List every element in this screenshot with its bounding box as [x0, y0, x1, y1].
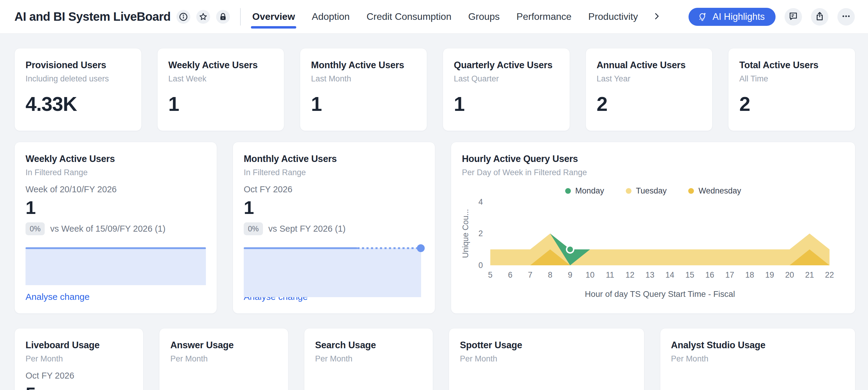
analyse-change-link[interactable]: Analyse change — [26, 292, 206, 302]
kpi-subtitle: Last Month — [311, 74, 416, 84]
usage-title: Answer Usage — [170, 340, 277, 351]
tab-productivity[interactable]: Productivity — [588, 0, 638, 33]
svg-text:Unique Cou...: Unique Cou... — [462, 209, 470, 258]
trend-period: Week of 20/10/FY 2026 — [26, 185, 206, 194]
svg-text:8: 8 — [548, 271, 552, 279]
sparkline-fill — [26, 248, 206, 285]
svg-text:21: 21 — [805, 271, 814, 279]
trend-row: Weekly Active UsersIn Filtered RangeWeek… — [14, 142, 856, 314]
liveboard-body: Provisioned UsersIncluding deleted users… — [0, 34, 868, 390]
sparkle-bulb-icon — [697, 11, 708, 22]
tab-performance[interactable]: Performance — [517, 0, 571, 33]
kpi-card: Provisioned UsersIncluding deleted users… — [14, 48, 142, 131]
usage-title: Search Usage — [315, 340, 422, 351]
more-icon — [841, 11, 851, 23]
trend-period: Oct FY 2026 — [244, 185, 424, 194]
lock-button[interactable] — [216, 10, 230, 24]
chart-legend: MondayTuesdayWednesday — [462, 186, 844, 196]
legend-dot — [688, 188, 694, 194]
trend-card: Weekly Active UsersIn Filtered RangeWeek… — [14, 142, 217, 314]
svg-text:20: 20 — [785, 271, 794, 279]
legend-item-tuesday[interactable]: Tuesday — [626, 186, 667, 196]
svg-text:19: 19 — [765, 271, 774, 279]
favorite-button[interactable] — [196, 10, 210, 24]
liveboard-usage-card: Liveboard UsagePer MonthOct FY 20265 — [14, 328, 144, 390]
kpi-value: 2 — [739, 92, 844, 115]
sparkline-fill — [244, 248, 421, 297]
legend-item-wednesday[interactable]: Wednesday — [688, 186, 741, 196]
trend-value: 1 — [244, 197, 424, 218]
change-badge: 0% — [26, 222, 45, 235]
more-options-button[interactable] — [837, 8, 855, 26]
compare-text: vs Week of 15/09/FY 2026 (1) — [50, 224, 165, 234]
svg-text:Hour of day TS Query Start Tim: Hour of day TS Query Start Time - Fiscal — [585, 289, 735, 299]
usage-subtitle: Per Month — [315, 354, 422, 364]
sparkline-chart — [244, 248, 424, 292]
chart-subtitle: Per Day of Week in Filtered Range — [462, 168, 844, 177]
kpi-value: 1 — [311, 92, 416, 115]
ai-highlights-label: AI Highlights — [713, 11, 765, 22]
kpi-title: Weekly Active Users — [168, 60, 273, 71]
svg-text:18: 18 — [745, 271, 754, 279]
legend-dot — [626, 188, 631, 194]
tab-groups[interactable]: Groups — [468, 0, 500, 33]
share-icon — [814, 11, 825, 23]
sparkline-line — [26, 247, 206, 249]
usage-value: 5 — [26, 383, 132, 390]
info-button[interactable] — [177, 10, 190, 24]
hourly-area-chart[interactable]: 5678910111213141516171819202122024Hour o… — [462, 198, 844, 301]
answer-usage-card: Answer UsagePer Month — [159, 328, 288, 390]
usage-row: Liveboard UsagePer MonthOct FY 20265Answ… — [14, 328, 856, 390]
sparkline-chart — [26, 248, 206, 285]
trend-compare: 0%vs Sept FY 2026 (1) — [244, 222, 424, 235]
legend-item-monday[interactable]: Monday — [565, 186, 604, 196]
info-icon — [179, 12, 188, 21]
svg-text:14: 14 — [665, 271, 674, 279]
sparkline-end-dot — [417, 244, 425, 252]
tab-credit-consumption[interactable]: Credit Consumption — [367, 0, 452, 33]
kpi-value: 1 — [454, 92, 559, 115]
tab-adoption[interactable]: Adoption — [312, 0, 350, 33]
comments-button[interactable] — [784, 8, 802, 26]
kpi-card: Total Active UsersAll Time2 — [728, 48, 856, 131]
search-usage-card: Search UsagePer Month — [304, 328, 433, 390]
spotter-usage-card: Spotter UsagePer Month — [449, 328, 644, 390]
share-button[interactable] — [811, 8, 828, 26]
tab-label: Productivity — [588, 11, 638, 22]
change-badge: 0% — [244, 222, 263, 235]
chart-title: Hourly Active Query Users — [462, 154, 844, 164]
kpi-title: Total Active Users — [739, 60, 844, 71]
sparkline-dotted-line — [358, 247, 417, 249]
usage-subtitle: Per Month — [460, 354, 633, 364]
tab-overview[interactable]: Overview — [252, 0, 295, 33]
more-tabs-button[interactable] — [652, 12, 661, 22]
tab-label: Overview — [252, 11, 295, 22]
star-icon — [199, 12, 208, 21]
trend-subtitle: In Filtered Range — [244, 168, 424, 177]
kpi-card: Monthly Active UsersLast Month1 — [300, 48, 427, 131]
header-actions: AI Highlights — [688, 8, 855, 26]
svg-text:11: 11 — [606, 271, 614, 279]
kpi-row: Provisioned UsersIncluding deleted users… — [14, 48, 856, 131]
tab-label: Groups — [468, 11, 500, 22]
kpi-subtitle: All Time — [739, 74, 844, 84]
legend-label: Monday — [576, 186, 604, 196]
trend-title: Weekly Active Users — [26, 154, 206, 164]
tab-label: Performance — [517, 11, 571, 22]
chevron-right-icon — [652, 12, 661, 22]
legend-dot — [565, 188, 571, 194]
svg-text:13: 13 — [645, 271, 654, 279]
svg-text:2: 2 — [478, 229, 483, 238]
kpi-title: Monthly Active Users — [311, 60, 416, 71]
kpi-value: 1 — [168, 92, 273, 115]
svg-text:0: 0 — [478, 261, 483, 270]
trend-compare: 0%vs Week of 15/09/FY 2026 (1) — [26, 222, 206, 235]
svg-text:4: 4 — [478, 198, 483, 206]
analyst-studio-usage-card: Analyst Studio UsagePer Month — [660, 328, 856, 390]
svg-text:15: 15 — [685, 271, 694, 279]
svg-text:10: 10 — [586, 271, 595, 279]
svg-text:22: 22 — [825, 271, 834, 279]
kpi-title: Annual Active Users — [597, 60, 702, 71]
usage-subtitle: Per Month — [671, 354, 844, 364]
ai-highlights-button[interactable]: AI Highlights — [688, 8, 776, 26]
